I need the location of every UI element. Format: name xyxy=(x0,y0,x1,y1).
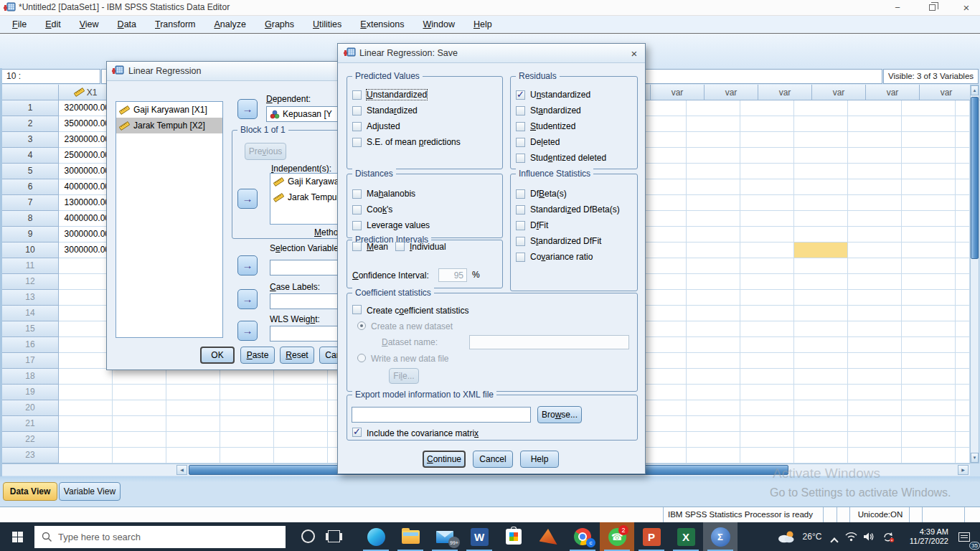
cell-empty[interactable] xyxy=(740,353,794,369)
scroll-right-icon[interactable] xyxy=(958,465,969,475)
menu-data[interactable]: Data xyxy=(108,17,146,32)
checkbox[interactable] xyxy=(352,90,362,100)
cell-empty[interactable] xyxy=(794,400,848,416)
cell-empty[interactable] xyxy=(687,258,740,274)
cell-empty[interactable] xyxy=(274,448,328,463)
cell-empty[interactable] xyxy=(902,337,956,353)
weather-icon[interactable] xyxy=(773,522,799,551)
column-header-var[interactable]: var xyxy=(920,85,974,100)
menu-view[interactable]: View xyxy=(70,17,108,32)
row-header[interactable]: 22 xyxy=(2,432,59,448)
cell-empty[interactable] xyxy=(902,258,956,274)
menu-extensions[interactable]: Extensions xyxy=(351,17,413,32)
cell-empty[interactable] xyxy=(166,369,220,385)
cell-empty[interactable] xyxy=(794,385,848,400)
cell-empty[interactable] xyxy=(902,227,956,242)
create-coefficient-checkbox[interactable] xyxy=(352,305,362,314)
volume-icon[interactable] xyxy=(859,522,878,551)
cell-empty[interactable] xyxy=(220,400,274,416)
confidence-interval-input[interactable]: 95 xyxy=(438,268,467,282)
cell-empty[interactable] xyxy=(687,306,740,321)
tab-data-view[interactable]: Data View xyxy=(3,482,57,501)
cell-empty[interactable] xyxy=(956,164,970,179)
cell-empty[interactable] xyxy=(687,195,740,211)
cell-empty[interactable] xyxy=(956,116,970,132)
cell-empty[interactable] xyxy=(220,448,274,463)
cortana-icon[interactable] xyxy=(301,529,315,543)
taskbar-app-spss[interactable]: Σ xyxy=(703,522,738,551)
xml-path-input[interactable] xyxy=(352,407,531,423)
continue-button[interactable]: Continue xyxy=(423,451,466,468)
cell-empty[interactable] xyxy=(794,416,848,432)
taskbar-app-word[interactable]: W xyxy=(462,522,496,551)
menu-transform[interactable]: Transform xyxy=(146,17,205,32)
cell-empty[interactable] xyxy=(902,274,956,290)
checkbox[interactable] xyxy=(352,122,362,131)
cell-empty[interactable] xyxy=(902,448,956,463)
cell-x1[interactable] xyxy=(59,274,113,290)
cell-empty[interactable] xyxy=(220,416,274,432)
cell-x1[interactable]: 2500000.00 xyxy=(59,148,113,164)
checkbox[interactable] xyxy=(516,122,525,131)
cell-empty[interactable] xyxy=(956,100,970,116)
checkbox[interactable] xyxy=(516,253,525,262)
close-button[interactable] xyxy=(953,0,980,16)
cell-empty[interactable] xyxy=(166,385,220,400)
cell-empty[interactable] xyxy=(794,274,848,290)
cell-empty[interactable] xyxy=(848,337,902,353)
cell-empty[interactable] xyxy=(902,432,956,448)
cell-empty[interactable] xyxy=(687,164,740,179)
cell-empty[interactable] xyxy=(794,448,848,463)
cell-empty[interactable] xyxy=(902,353,956,369)
cell-empty[interactable] xyxy=(902,132,956,148)
checkbox[interactable] xyxy=(516,205,525,215)
row-header[interactable]: 14 xyxy=(2,306,59,321)
cell-empty[interactable] xyxy=(740,148,794,164)
temperature-label[interactable]: 26°C xyxy=(799,522,825,551)
cell-empty[interactable] xyxy=(740,116,794,132)
checkbox[interactable] xyxy=(352,221,362,230)
cell-empty[interactable] xyxy=(848,448,902,463)
cell-empty[interactable] xyxy=(956,290,970,306)
cell-empty[interactable] xyxy=(740,258,794,274)
cell-empty[interactable] xyxy=(687,100,740,116)
cell-empty[interactable] xyxy=(902,242,956,258)
cell-empty[interactable] xyxy=(902,179,956,195)
cell-empty[interactable] xyxy=(848,353,902,369)
cell-empty[interactable] xyxy=(740,385,794,400)
cell-empty[interactable] xyxy=(848,274,902,290)
cell-x1[interactable] xyxy=(59,306,113,321)
minimize-button[interactable] xyxy=(884,0,911,16)
taskbar-app-store[interactable] xyxy=(496,522,531,551)
vertical-scrollbar[interactable] xyxy=(970,85,979,463)
column-header-x1[interactable]: X1 xyxy=(59,85,113,100)
cell-empty[interactable] xyxy=(794,164,848,179)
cell-x1[interactable] xyxy=(59,432,113,448)
help-button[interactable]: Help xyxy=(520,451,559,468)
row-header[interactable]: 6 xyxy=(2,179,59,195)
task-view-icon[interactable] xyxy=(328,530,340,542)
cell-empty[interactable] xyxy=(956,306,970,321)
checkbox[interactable] xyxy=(352,189,362,199)
close-icon[interactable] xyxy=(626,47,642,61)
column-header-var[interactable]: var xyxy=(812,85,866,100)
cell-empty[interactable] xyxy=(794,290,848,306)
cell-x1[interactable] xyxy=(59,321,113,337)
cell-empty[interactable] xyxy=(956,179,970,195)
cell-empty[interactable] xyxy=(113,400,166,416)
dataset-name-input[interactable] xyxy=(469,335,629,349)
sync-problem-icon[interactable]: × xyxy=(878,522,898,551)
variable-list-item[interactable]: Jarak Tempuh [X2] xyxy=(116,118,222,133)
cell-empty[interactable] xyxy=(848,148,902,164)
menu-edit[interactable]: Edit xyxy=(36,17,70,32)
cell-empty[interactable] xyxy=(794,321,848,337)
clock[interactable]: 4:39 AM 11/27/2022 xyxy=(900,522,948,551)
cell-empty[interactable] xyxy=(848,416,902,432)
cell-x1[interactable] xyxy=(59,416,113,432)
cell-empty[interactable] xyxy=(274,385,328,400)
cell-empty[interactable] xyxy=(794,353,848,369)
source-variable-list[interactable]: Gaji Karyawan [X1]Jarak Tempuh [X2] xyxy=(116,101,223,338)
cell-empty[interactable] xyxy=(740,290,794,306)
cell-empty[interactable] xyxy=(740,227,794,242)
cell-empty[interactable] xyxy=(113,448,166,463)
